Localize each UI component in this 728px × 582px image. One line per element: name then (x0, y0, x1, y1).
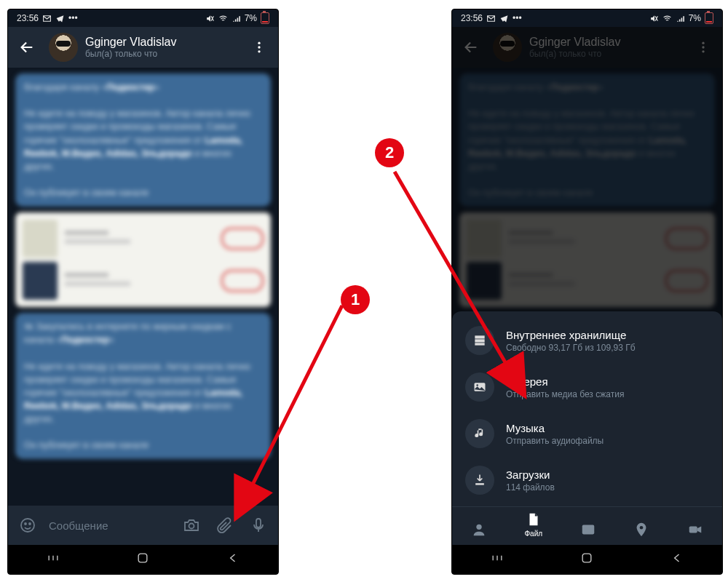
sheet-item-sub: Отправить аудиофайлы (506, 436, 604, 446)
music-icon (465, 419, 494, 448)
sheet-item-music[interactable]: МузыкаОтправить аудиофайлы (452, 410, 722, 457)
avatar[interactable] (49, 33, 78, 62)
wifi-icon (218, 14, 228, 23)
callout-2: 2 (375, 138, 404, 167)
telegram-icon (499, 14, 509, 23)
sheet-item-title: Загрузки (506, 469, 555, 481)
back-button[interactable] (12, 33, 41, 62)
contact-status: был(а) только что (85, 49, 237, 59)
tab-video[interactable] (687, 522, 703, 538)
svg-rect-19 (582, 525, 595, 535)
status-bar: 23:56 ••• 7% (452, 9, 722, 27)
android-navbar (8, 545, 278, 574)
svg-point-6 (189, 524, 194, 529)
wifi-icon (662, 14, 672, 23)
svg-rect-8 (139, 554, 148, 562)
svg-point-0 (258, 42, 260, 44)
arrow-2 (389, 167, 534, 400)
download-icon (465, 466, 494, 495)
more-status-icon: ••• (68, 13, 78, 23)
svg-line-24 (395, 172, 521, 390)
sheet-item-title: Музыка (506, 422, 604, 434)
svg-line-23 (239, 306, 342, 512)
status-bar: 23:56 ••• 7% (8, 9, 278, 27)
emoji-button[interactable] (12, 510, 43, 541)
home-button[interactable] (579, 551, 594, 568)
mail-icon (486, 14, 496, 23)
more-status-icon: ••• (513, 13, 522, 23)
chat-header: Gginger Vladislav был(а) только что (8, 27, 278, 68)
menu-button[interactable] (245, 33, 274, 62)
battery-icon (261, 12, 269, 24)
tab-contact[interactable] (471, 522, 487, 538)
battery-pct: 7% (689, 13, 701, 23)
sheet-tabs: Файл (452, 506, 722, 545)
svg-point-1 (258, 46, 260, 48)
svg-rect-22 (583, 554, 592, 562)
mute-icon (205, 14, 215, 23)
mute-icon (649, 14, 659, 23)
message-input[interactable]: Сообщение (46, 519, 173, 532)
svg-point-5 (29, 523, 31, 525)
tab-gallery[interactable] (580, 522, 596, 538)
telegram-icon (55, 14, 65, 23)
back-nav-button[interactable] (670, 551, 684, 568)
svg-point-18 (476, 525, 481, 530)
status-time: 23:56 (461, 13, 483, 23)
svg-point-2 (258, 50, 260, 52)
svg-rect-21 (689, 526, 697, 533)
battery-icon (705, 12, 713, 24)
home-button[interactable] (135, 551, 150, 568)
tab-file[interactable]: Файл (525, 511, 543, 538)
battery-pct: 7% (245, 13, 257, 23)
mail-icon (42, 14, 52, 23)
tab-location[interactable] (633, 522, 649, 538)
android-navbar (452, 545, 722, 574)
status-time: 23:56 (17, 13, 39, 23)
arrow-1 (226, 300, 357, 525)
sheet-item-sub: 114 файлов (506, 482, 555, 493)
sheet-item-downloads[interactable]: Загрузки114 файлов (452, 457, 722, 503)
camera-button[interactable] (176, 510, 207, 541)
callout-1: 1 (341, 285, 370, 314)
tab-file-label: Файл (525, 530, 543, 538)
signal-icon (676, 14, 685, 23)
signal-icon (232, 14, 241, 23)
recents-button[interactable] (46, 551, 60, 568)
recents-button[interactable] (490, 551, 505, 568)
svg-point-20 (640, 526, 644, 530)
header-text[interactable]: Gginger Vladislav был(а) только что (85, 36, 237, 59)
back-nav-button[interactable] (226, 551, 240, 568)
svg-rect-17 (475, 483, 484, 485)
svg-point-4 (25, 523, 26, 525)
svg-point-3 (21, 519, 34, 532)
contact-name: Gginger Vladislav (85, 36, 237, 49)
